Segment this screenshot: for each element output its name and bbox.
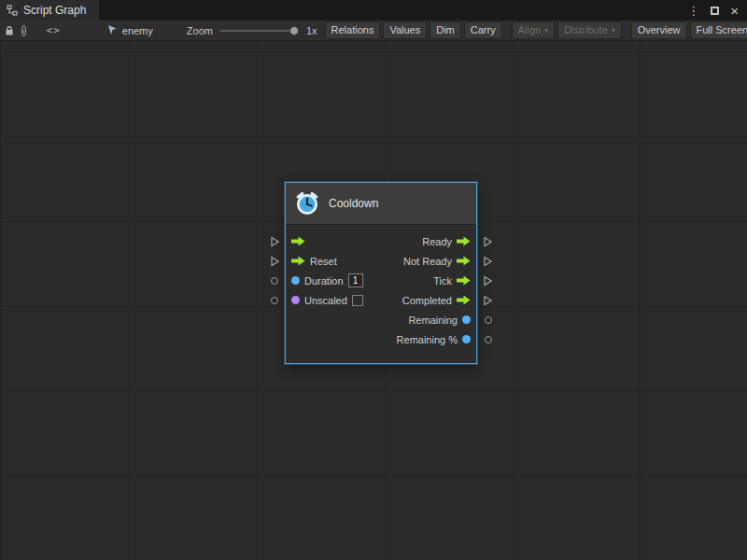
pointer-icon xyxy=(107,25,118,35)
distribute-button[interactable]: Distribute▾ xyxy=(557,21,621,39)
port-completed[interactable]: Completed xyxy=(402,295,471,306)
values-button[interactable]: Values xyxy=(383,21,427,39)
graph-icon xyxy=(7,5,18,16)
port-label: Completed xyxy=(402,295,452,306)
float-port-icon xyxy=(462,315,471,324)
tab-label: Script Graph xyxy=(23,4,86,17)
float-port-icon xyxy=(462,335,471,343)
port-reset[interactable]: Reset xyxy=(291,256,337,267)
titlebar: Script Graph ⋮ × xyxy=(0,0,747,21)
full-screen-button[interactable]: Full Screen xyxy=(690,21,747,39)
info-icon[interactable]: i xyxy=(21,25,26,36)
graph-name: enemy xyxy=(122,25,153,36)
overview-button[interactable]: Overview xyxy=(631,21,687,39)
zoom-control: Zoom 1x xyxy=(187,25,317,36)
chevron-down-icon: ▾ xyxy=(612,27,615,35)
port-enter[interactable] xyxy=(291,236,305,246)
carry-button[interactable]: Carry xyxy=(464,21,502,39)
port-row: Remaining % xyxy=(286,329,476,349)
node-header: Cooldown xyxy=(286,183,476,225)
alarm-clock-icon xyxy=(294,190,320,217)
port-remaining-percent[interactable]: Remaining % xyxy=(397,334,471,345)
flow-arrow-icon xyxy=(291,256,305,266)
port-not-ready[interactable]: Not Ready xyxy=(403,256,471,267)
value-connector-icon[interactable] xyxy=(485,336,492,343)
chevron-down-icon: ▾ xyxy=(544,27,548,35)
cooldown-node[interactable]: Cooldown Ready xyxy=(285,182,477,364)
flow-arrow-icon xyxy=(291,236,305,246)
bool-port-icon xyxy=(291,296,300,304)
unscaled-checkbox[interactable] xyxy=(352,295,363,306)
button-label: Align xyxy=(518,25,541,35)
port-row: Ready xyxy=(286,231,476,251)
node-title: Cooldown xyxy=(329,197,378,210)
value-connector-icon[interactable] xyxy=(485,316,492,324)
node-body: Ready Reset Not Ready xyxy=(286,225,476,363)
port-label: Duration xyxy=(304,275,344,287)
relations-button[interactable]: Relations xyxy=(325,21,381,39)
port-label: Tick xyxy=(433,275,452,287)
port-ready[interactable]: Ready xyxy=(422,236,471,247)
port-label: Unscaled xyxy=(304,295,347,306)
menu-icon[interactable]: ⋮ xyxy=(687,5,699,17)
zoom-slider[interactable] xyxy=(220,25,299,36)
port-label: Remaining xyxy=(408,315,458,326)
close-icon[interactable]: × xyxy=(730,4,739,18)
port-remaining[interactable]: Remaining xyxy=(408,315,471,326)
button-label: Relations xyxy=(331,25,374,35)
lock-icon[interactable] xyxy=(5,25,14,36)
port-duration[interactable]: Duration 1 xyxy=(291,273,363,287)
dim-button[interactable]: Dim xyxy=(430,21,461,39)
port-row: Unscaled Completed xyxy=(286,290,476,310)
tab-script-graph[interactable]: Script Graph xyxy=(0,0,99,21)
flow-arrow-icon xyxy=(457,236,471,246)
graph-canvas[interactable]: Cooldown Ready xyxy=(0,41,747,560)
flow-connector-icon[interactable] xyxy=(484,295,492,305)
toolbar-buttons: Relations Values Dim Carry Align▾ Distri… xyxy=(325,21,747,39)
window-controls: ⋮ × xyxy=(687,0,747,21)
code-icon[interactable]: <> xyxy=(47,24,61,36)
zoom-value: 1x xyxy=(306,25,317,36)
flow-arrow-icon xyxy=(457,275,471,286)
port-row: Remaining xyxy=(286,310,476,329)
zoom-label: Zoom xyxy=(187,25,213,36)
flow-connector-icon[interactable] xyxy=(484,256,492,266)
zoom-slider-handle[interactable] xyxy=(289,26,299,35)
flow-connector-icon[interactable] xyxy=(271,236,279,246)
button-label: Values xyxy=(389,25,420,35)
port-row: Duration 1 Tick xyxy=(286,271,476,290)
button-label: Overview xyxy=(638,25,681,35)
port-tick[interactable]: Tick xyxy=(433,275,471,287)
port-label: Not Ready xyxy=(403,256,452,267)
port-row: Reset Not Ready xyxy=(286,251,476,271)
float-port-icon xyxy=(291,276,300,285)
port-label: Remaining % xyxy=(397,334,458,345)
flow-arrow-icon xyxy=(457,256,471,266)
button-label: Distribute xyxy=(564,25,607,35)
zoom-slider-track xyxy=(220,30,299,32)
port-label: Reset xyxy=(310,256,337,267)
button-label: Full Screen xyxy=(697,25,747,35)
button-label: Carry xyxy=(471,25,496,35)
port-unscaled[interactable]: Unscaled xyxy=(291,295,363,306)
port-label: Ready xyxy=(422,236,452,247)
duration-input[interactable]: 1 xyxy=(348,273,363,287)
flow-arrow-icon xyxy=(457,295,471,305)
value-connector-icon[interactable] xyxy=(271,297,278,304)
graph-toolbar: i <> enemy Zoom 1x Relations Values Dim … xyxy=(0,21,747,41)
button-label: Dim xyxy=(436,25,455,35)
graph-reference[interactable]: enemy xyxy=(107,25,153,36)
script-graph-window: Script Graph ⋮ × i <> enemy Zoom xyxy=(0,0,747,560)
maximize-icon[interactable] xyxy=(711,7,719,15)
flow-connector-icon[interactable] xyxy=(484,236,492,246)
value-connector-icon[interactable] xyxy=(271,277,278,285)
flow-connector-icon[interactable] xyxy=(484,275,492,286)
flow-connector-icon[interactable] xyxy=(271,256,279,266)
align-button[interactable]: Align▾ xyxy=(512,21,555,39)
